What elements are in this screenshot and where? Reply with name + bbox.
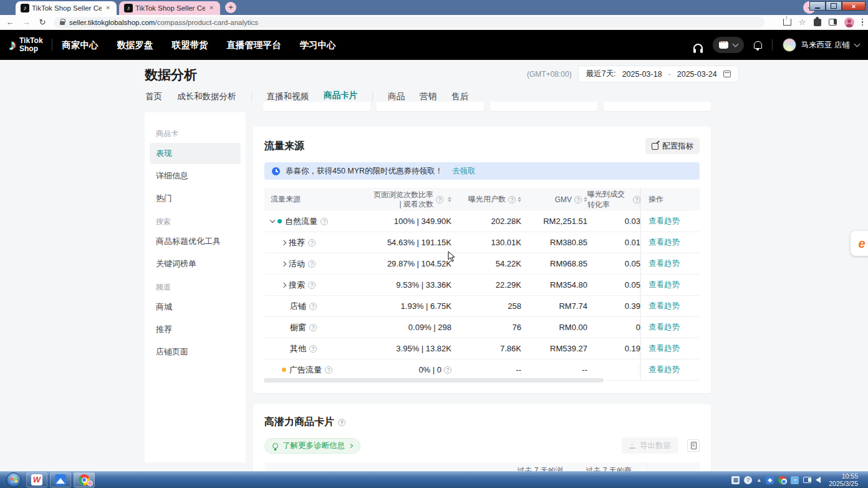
nav-item-affiliate[interactable]: 联盟带货 xyxy=(172,39,208,51)
edit-icon xyxy=(652,143,658,150)
info-icon[interactable] xyxy=(325,366,332,374)
col-action: 操作 xyxy=(640,188,700,211)
info-icon[interactable] xyxy=(508,196,516,203)
tab-growth-analytics[interactable]: 成长和数据分析 xyxy=(177,91,236,108)
support-headset-icon[interactable] xyxy=(693,44,703,50)
view-trend-link[interactable]: 查看趋势 xyxy=(649,343,680,354)
view-trend-link[interactable]: 查看趋势 xyxy=(649,301,680,311)
address-bar[interactable]: seller.tiktokglobalshop.com/compass/prod… xyxy=(54,17,764,28)
view-trend-link[interactable]: 查看趋势 xyxy=(649,237,680,248)
view-trend-link[interactable]: 查看趋势 xyxy=(649,364,680,375)
page-title: 数据分析 xyxy=(145,66,197,84)
expand-caret-icon[interactable] xyxy=(281,261,286,266)
window-minimize-button[interactable] xyxy=(809,1,826,11)
export-data-button[interactable]: 导出数据 xyxy=(622,437,678,454)
horizontal-scrollbar[interactable] xyxy=(264,378,604,383)
share-icon[interactable] xyxy=(783,19,791,26)
browser-tab-inactive[interactable]: ♪ TikTok Shop Seller Center | Cr xyxy=(119,1,220,15)
back-button[interactable]: ← xyxy=(5,17,15,27)
browser-menu-icon[interactable] xyxy=(862,19,864,26)
info-icon[interactable] xyxy=(309,324,317,331)
coupon-banner: 恭喜你，获得450 MYR的限时优惠券待领取！ 去领取 xyxy=(264,162,700,180)
start-button[interactable] xyxy=(6,472,21,487)
browser-tab-active[interactable]: ♪ TikTok Shop Seller Center | Cr xyxy=(16,1,117,15)
view-trend-link[interactable]: 查看趋势 xyxy=(649,258,680,269)
info-icon[interactable] xyxy=(308,239,316,246)
taskbar-clock[interactable]: 10:55 2025/3/25 xyxy=(825,472,862,487)
nav-item-seller-center[interactable]: 商家中心 xyxy=(62,39,99,51)
tray-help-icon[interactable]: ? xyxy=(744,476,752,484)
info-icon[interactable] xyxy=(444,366,451,374)
configure-metrics-button[interactable]: 配置指标 xyxy=(645,138,700,154)
tiktok-favicon-icon: ♪ xyxy=(21,4,29,12)
sidebar-item-mall[interactable]: 商城 xyxy=(150,296,241,318)
view-trend-link[interactable]: 查看趋势 xyxy=(649,280,680,290)
info-icon[interactable] xyxy=(308,260,316,268)
tab-close-icon[interactable] xyxy=(208,4,215,12)
taskbar-chrome-icon[interactable] xyxy=(74,472,95,487)
report-doc-button[interactable] xyxy=(687,439,700,452)
notifications-bell-icon[interactable] xyxy=(754,41,762,49)
collapse-caret-icon[interactable] xyxy=(270,218,275,223)
sidebar-item-details[interactable]: 详细信息 xyxy=(150,165,241,187)
expand-caret-icon[interactable] xyxy=(281,240,286,245)
bookmark-star-icon[interactable] xyxy=(799,17,806,27)
tiktok-shop-logo[interactable]: TikTokShop xyxy=(9,36,43,54)
table-row-recommend: 推荐 54.63% | 191.15K 130.01K RM380.85 0.0… xyxy=(264,232,700,253)
divider xyxy=(772,39,773,51)
sidebar-item-shop-page[interactable]: 店铺页面 xyxy=(150,341,241,363)
view-trend-link[interactable]: 查看趋势 xyxy=(649,216,680,227)
info-icon[interactable] xyxy=(309,303,317,310)
tray-cloud-icon[interactable]: ~ xyxy=(791,476,799,484)
tray-expand-icon[interactable] xyxy=(756,477,761,483)
tray-chrome-icon[interactable] xyxy=(778,476,786,484)
info-icon[interactable] xyxy=(436,196,443,203)
store-avatar xyxy=(783,38,796,52)
view-trend-link[interactable]: 查看趋势 xyxy=(649,322,680,333)
nav-item-live-platform[interactable]: 直播管理平台 xyxy=(227,39,281,51)
refresh-button[interactable]: ↻ xyxy=(37,17,47,27)
info-icon[interactable] xyxy=(321,218,328,225)
sidebar-item-recommend[interactable]: 推荐 xyxy=(150,319,241,340)
store-switcher[interactable]: 马来西亚 店铺 xyxy=(783,38,859,52)
window-close-button[interactable] xyxy=(842,1,866,11)
windows-taskbar: ▦ ? ◆ ~ 10:55 2025/3/25 xyxy=(0,471,868,488)
taskbar-wps-icon[interactable] xyxy=(26,472,47,487)
tab-close-icon[interactable] xyxy=(104,4,112,12)
divider xyxy=(372,92,373,101)
sidebar-item-keyword-ranking[interactable]: 关键词榜单 xyxy=(150,253,241,275)
tiktok-favicon-icon: ♪ xyxy=(124,4,133,12)
claim-coupon-link[interactable]: 去领取 xyxy=(452,166,476,177)
info-icon[interactable] xyxy=(309,345,317,353)
forward-button[interactable]: → xyxy=(21,17,31,27)
extensions-icon[interactable] xyxy=(814,19,821,26)
document-icon xyxy=(691,442,697,449)
tray-toolbox-icon[interactable]: ▦ xyxy=(731,476,740,484)
sidebar-section-search: 搜索 xyxy=(150,213,241,230)
speaker-icon[interactable] xyxy=(816,477,821,483)
diagnosis-info-pill[interactable]: 了解更多诊断信息 xyxy=(264,438,360,454)
sidebar-item-title-optimizer[interactable]: 商品标题优化工具 xyxy=(150,231,241,252)
info-icon[interactable] xyxy=(633,196,640,203)
date-range-picker[interactable]: 最近7天: 2025-03-18 - 2025-03-24 xyxy=(578,66,739,82)
info-icon[interactable] xyxy=(308,281,316,289)
window-maximize-button[interactable] xyxy=(826,1,842,11)
sidebar-item-trending[interactable]: 热门 xyxy=(150,188,241,209)
nav-item-data-compass[interactable]: 数据罗盘 xyxy=(117,39,153,51)
divider xyxy=(52,39,52,51)
info-icon[interactable] xyxy=(574,196,582,203)
browser-profile-avatar[interactable] xyxy=(844,17,854,27)
new-tab-button[interactable] xyxy=(225,2,236,13)
chevron-down-icon xyxy=(854,41,861,47)
tray-app-blue-icon[interactable]: ◆ xyxy=(766,476,774,484)
expand-caret-icon[interactable] xyxy=(281,282,286,287)
messages-pill[interactable] xyxy=(713,37,744,53)
sidebar-item-performance[interactable]: 表现 xyxy=(150,143,241,164)
taskbar-app-icon[interactable] xyxy=(50,472,71,487)
info-icon[interactable] xyxy=(338,419,345,426)
floating-helper-widget[interactable] xyxy=(851,231,868,256)
nav-item-learning-center[interactable]: 学习中心 xyxy=(300,39,336,51)
timezone-label: (GMT+08:00) xyxy=(527,70,572,79)
tab-home[interactable]: 首页 xyxy=(145,91,162,108)
side-panel-icon[interactable] xyxy=(829,19,837,26)
